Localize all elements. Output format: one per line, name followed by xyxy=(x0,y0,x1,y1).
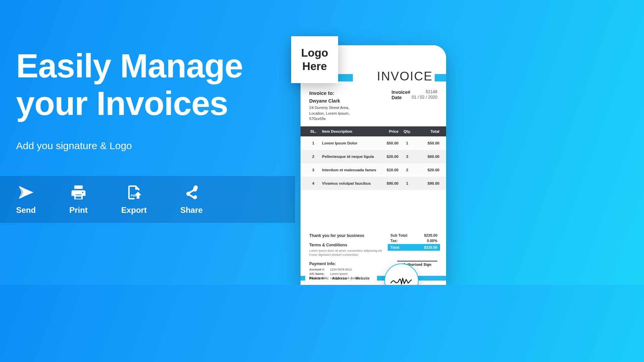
items-table-body: 1 Lorem Ipsum Dolor $50.00 1 $50.00 2 Pe… xyxy=(301,136,446,229)
logo-placeholder-card: Logo Here xyxy=(291,36,338,83)
cell-total: $60.00 xyxy=(416,155,439,159)
footer-sep: | xyxy=(327,276,328,280)
col-sl: SL. xyxy=(307,129,319,133)
send-icon xyxy=(17,184,34,201)
subtotal-value: $220.00 xyxy=(424,233,437,237)
cell-qty: 3 xyxy=(398,155,416,159)
cell-desc: Lorem Ipsum Dolor xyxy=(319,141,377,145)
invoice-number-label: Invoice# xyxy=(391,89,410,95)
tax-value: 0.00% xyxy=(427,239,437,243)
cell-qty: 1 xyxy=(398,141,416,145)
subtitle: Add you signature & Logo xyxy=(16,140,279,152)
footer-accent-left xyxy=(301,276,305,281)
export-button[interactable]: Export xyxy=(121,184,147,215)
col-price: Price xyxy=(377,129,398,133)
invoice-bottom-left: Thank you for your business Terms & Cond… xyxy=(309,233,384,280)
export-label: Export xyxy=(121,205,147,215)
col-desc: Item Description xyxy=(319,129,377,133)
logo-text-2: Here xyxy=(302,60,327,73)
terms-text: Lorem ipsum dolor sit amet, consectetur … xyxy=(309,249,384,257)
invoice-meta: Invoice to: Dwyane Clark 24 Dummy Street… xyxy=(301,82,446,126)
terms-label: Terms & Conditions xyxy=(309,243,384,247)
col-qty: Qty. xyxy=(398,129,416,133)
printer-icon xyxy=(70,184,87,201)
cell-price: $20.00 xyxy=(377,155,398,159)
table-row: 3 Interdum et malesuada fames $10.00 2 $… xyxy=(301,163,446,177)
invoice-footer: Phone # | Address | Website xyxy=(301,276,446,281)
header-accent-right xyxy=(435,74,446,81)
cell-desc: Vivamus volutpat faucibus xyxy=(319,181,377,185)
cell-desc: Pellentesque id neque ligula xyxy=(319,155,377,159)
share-label: Share xyxy=(180,205,203,215)
print-button[interactable]: Print xyxy=(69,184,88,215)
invoice-to-addr1: 24 Dummy Street Area, xyxy=(309,105,350,111)
grand-total-bar: Total:$220.00 xyxy=(388,244,440,251)
invoice-date-label: Date xyxy=(391,95,401,100)
total-label: Total: xyxy=(390,245,400,249)
payment-name-v: Lorem Ipsum xyxy=(330,272,348,276)
send-button[interactable]: Send xyxy=(16,184,36,215)
headline-line-1: Easily Manage xyxy=(16,47,279,84)
total-value: $220.00 xyxy=(424,245,437,249)
invoice-to-name: Dwyane Clark xyxy=(309,98,350,104)
footer-phone: Phone # xyxy=(309,276,324,280)
thanks-text: Thank you for your business xyxy=(309,233,384,238)
export-pdf-icon xyxy=(125,184,142,201)
share-button[interactable]: Share xyxy=(180,184,203,215)
invoice-to-addr3: 570xx59x xyxy=(309,116,350,122)
send-label: Send xyxy=(16,205,36,215)
cell-sl: 4 xyxy=(307,181,319,185)
cell-sl: 2 xyxy=(307,155,319,159)
table-row: 2 Pellentesque id neque ligula $20.00 3 … xyxy=(301,150,446,163)
cell-total: $90.00 xyxy=(416,181,439,185)
cell-price: $10.00 xyxy=(377,168,398,172)
payment-name-k: A/C Name: xyxy=(309,272,330,276)
payment-info-label: Payment Info: xyxy=(309,261,384,266)
cell-qty: 1 xyxy=(398,181,416,185)
cell-price: $90.00 xyxy=(377,181,398,185)
cell-price: $50.00 xyxy=(377,141,398,145)
subtotal-label: Sub Total: xyxy=(390,233,408,237)
footer-website: Website xyxy=(356,276,370,280)
headline: Easily Manage your Invoices xyxy=(16,47,279,122)
tax-label: Tax: xyxy=(390,239,398,243)
payment-account-v: 1234 5678 9012 xyxy=(330,268,352,271)
items-table-header: SL. Item Description Price Qty. Total xyxy=(301,126,446,136)
bill-to-block: Invoice to: Dwyane Clark 24 Dummy Street… xyxy=(309,89,350,122)
marketing-left-panel: Easily Manage your Invoices Add you sign… xyxy=(0,0,295,152)
invoice-title: INVOICE xyxy=(377,69,433,83)
cell-sl: 1 xyxy=(307,141,319,145)
invoice-to-label: Invoice to: xyxy=(309,89,350,97)
print-label: Print xyxy=(69,205,88,215)
headline-line-2: your Invoices xyxy=(16,84,279,122)
invoice-date: 01 / 02 / 2020 xyxy=(412,95,437,100)
footer-sep: | xyxy=(351,276,352,280)
invoice-bottom: Thank you for your business Terms & Cond… xyxy=(301,229,446,280)
invoice-number: 52148 xyxy=(426,89,437,95)
table-row: 1 Lorem Ipsum Dolor $50.00 1 $50.00 xyxy=(301,136,446,150)
payment-account-k: Account #: xyxy=(309,267,330,272)
footer-links: Phone # | Address | Website xyxy=(305,276,374,280)
table-row: 4 Vivamus volutpat faucibus $90.00 1 $90… xyxy=(301,177,446,190)
cell-desc: Interdum et malesuada fames xyxy=(319,168,377,172)
action-bar: Send Print Export Share xyxy=(0,176,295,223)
cell-sl: 3 xyxy=(307,168,319,172)
share-icon xyxy=(183,184,200,201)
cell-total: $50.00 xyxy=(416,141,439,145)
footer-address: Address xyxy=(332,276,347,280)
cell-total: $20.00 xyxy=(416,168,439,172)
invoice-to-addr2: Location, Lorem Ipsum, xyxy=(309,111,350,116)
col-total: Total xyxy=(416,129,439,133)
cell-qty: 2 xyxy=(398,168,416,172)
signature-icon xyxy=(390,274,413,285)
invoice-ref-block: Invoice#52148 Date01 / 02 / 2020 xyxy=(391,89,437,122)
logo-text-1: Logo xyxy=(301,46,328,60)
